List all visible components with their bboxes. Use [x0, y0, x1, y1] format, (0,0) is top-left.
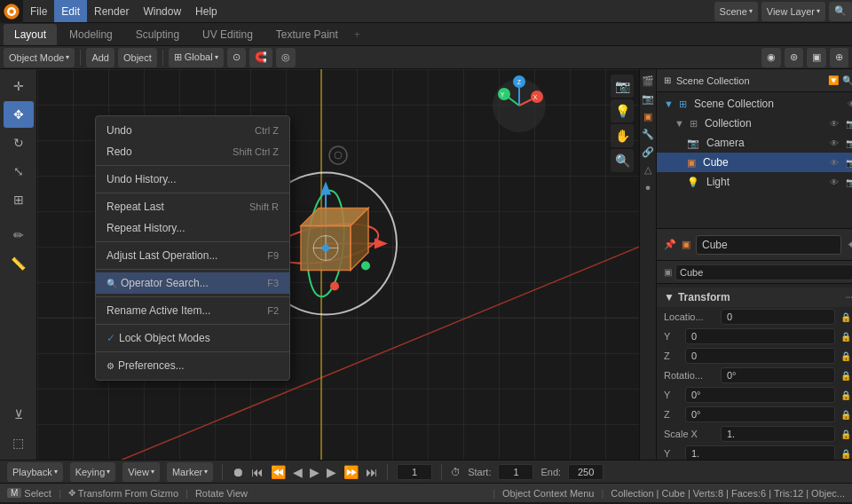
- view-dropdown[interactable]: View ▾: [122, 462, 160, 482]
- tool-annotate[interactable]: ✏: [4, 222, 34, 248]
- scale-y-value[interactable]: 1.: [685, 445, 835, 460]
- props-pin[interactable]: 📌: [664, 239, 676, 250]
- transform-pivot[interactable]: ⊙: [227, 48, 246, 67]
- rot-z-lock-icon[interactable]: 🔒: [839, 409, 852, 421]
- light-render-icon[interactable]: 📷: [846, 177, 852, 187]
- play-btn[interactable]: ▶: [310, 465, 320, 479]
- collection-visibility-icon[interactable]: 👁: [830, 119, 839, 129]
- skip-last-btn[interactable]: ⏭: [366, 465, 378, 479]
- add-workspace-btn[interactable]: +: [354, 28, 360, 41]
- gizmo-toggle[interactable]: ⊕: [830, 48, 848, 67]
- transform-header[interactable]: ▼ Transform ···: [657, 287, 852, 307]
- record-btn[interactable]: ⏺: [232, 465, 244, 479]
- menu-rename-active[interactable]: Rename Active Item... F2: [96, 300, 289, 321]
- scene-selector[interactable]: Scene ▾: [714, 2, 758, 21]
- end-frame-input[interactable]: [568, 464, 604, 480]
- tool-measure[interactable]: 📏: [4, 250, 34, 277]
- rot-x-lock-icon[interactable]: 🔒: [839, 370, 852, 382]
- tab-sculpting[interactable]: Sculpting: [125, 24, 190, 45]
- tool-rotate[interactable]: ↻: [4, 130, 34, 156]
- tab-render-icon[interactable]: 📷: [640, 91, 656, 106]
- add-menu-btn[interactable]: Add: [86, 48, 114, 67]
- tab-modifier-icon[interactable]: 🔧: [640, 126, 656, 142]
- mode-selector[interactable]: Object Mode ▾: [4, 48, 75, 67]
- outliner-filter[interactable]: 🔽: [828, 75, 839, 85]
- outliner-search[interactable]: 🔍: [842, 75, 852, 85]
- tab-constraint-icon[interactable]: 🔗: [640, 144, 656, 160]
- location-z-value[interactable]: 0: [685, 348, 835, 364]
- tool-scale[interactable]: ⤡: [4, 158, 34, 185]
- outliner-cube[interactable]: ▣ Cube 👁 📷: [657, 153, 852, 172]
- current-frame-input[interactable]: [397, 464, 432, 480]
- menu-preferences[interactable]: ⚙ Preferences...: [96, 355, 289, 376]
- tab-modeling[interactable]: Modeling: [59, 24, 123, 45]
- view-layer-selector[interactable]: View Layer ▾: [761, 2, 825, 21]
- prev-keyframe-btn[interactable]: ◀: [293, 465, 303, 479]
- marker-dropdown[interactable]: Marker ▾: [167, 462, 213, 482]
- camera-render-icon[interactable]: 📷: [846, 138, 852, 148]
- scale-x-lock-icon[interactable]: 🔒: [839, 429, 852, 440]
- tab-data-icon[interactable]: △: [640, 161, 656, 177]
- menu-edit[interactable]: Edit: [54, 0, 87, 22]
- menu-repeat-history[interactable]: Repeat History...: [96, 217, 289, 239]
- proportional-edit[interactable]: ◎: [276, 48, 296, 67]
- blender-logo[interactable]: [0, 0, 23, 23]
- tool-bottom2[interactable]: ⬚: [4, 429, 34, 456]
- tool-cursor[interactable]: ✛: [4, 73, 34, 99]
- outliner-light[interactable]: 💡 Light 👁 📷: [657, 172, 852, 192]
- object-menu-btn[interactable]: Object: [118, 48, 157, 67]
- menu-help[interactable]: Help: [188, 0, 225, 22]
- menu-operator-search[interactable]: 🔍 Operator Search... F3: [96, 272, 289, 294]
- tab-texture-paint[interactable]: Texture Paint: [265, 24, 349, 45]
- tool-bottom1[interactable]: ⊻: [4, 401, 34, 428]
- menu-window[interactable]: Window: [136, 0, 188, 22]
- search-btn[interactable]: 🔍: [829, 2, 852, 21]
- menu-undo-history[interactable]: Undo History...: [96, 169, 289, 190]
- location-x-value[interactable]: 0: [721, 309, 835, 325]
- collection-render-icon[interactable]: 📷: [846, 119, 852, 129]
- object-name-input[interactable]: [675, 264, 852, 280]
- scale-x-value[interactable]: 1.: [721, 426, 835, 442]
- rotation-z-value[interactable]: 0°: [685, 406, 835, 422]
- menu-redo[interactable]: Redo Shift Ctrl Z: [96, 141, 289, 162]
- scale-y-lock-icon[interactable]: 🔒: [839, 448, 852, 460]
- rot-y-lock-icon[interactable]: 🔒: [839, 390, 852, 401]
- keying-dropdown[interactable]: Keying ▾: [70, 462, 116, 482]
- menu-repeat-last[interactable]: Repeat Last Shift R: [96, 196, 289, 217]
- tab-uv-editing[interactable]: UV Editing: [192, 24, 264, 45]
- next-frame-btn[interactable]: ⏩: [343, 465, 359, 479]
- scene-visibility-icon[interactable]: 👁: [848, 99, 852, 109]
- tab-layout[interactable]: Layout: [4, 24, 57, 45]
- menu-undo[interactable]: Undo Ctrl Z: [96, 120, 289, 141]
- location-y-value[interactable]: 0: [685, 328, 835, 344]
- tool-transform[interactable]: ⊞: [4, 186, 34, 213]
- transform-global[interactable]: ⊞ Global ▾: [169, 48, 224, 67]
- skip-first-btn[interactable]: ⏮: [251, 465, 264, 479]
- menu-lock-modes[interactable]: ✓ Lock Object Modes: [96, 327, 289, 349]
- tab-object-icon[interactable]: ▣: [640, 108, 656, 124]
- outliner-camera[interactable]: 📷 Camera 👁 📷: [657, 133, 852, 153]
- loc-y-lock-icon[interactable]: 🔒: [839, 331, 852, 343]
- overlay-toggle[interactable]: ⊛: [785, 48, 803, 67]
- tab-scene-icon[interactable]: 🎬: [640, 73, 656, 89]
- props-name-input[interactable]: [696, 235, 841, 255]
- xray-toggle[interactable]: ▣: [807, 48, 826, 67]
- light-visibility-icon[interactable]: 👁: [830, 177, 839, 187]
- cube-render-icon[interactable]: 📷: [846, 158, 852, 168]
- snap-toggle[interactable]: 🧲: [249, 48, 272, 67]
- outliner-collection[interactable]: ▼ ⊞ Collection 👁 📷: [657, 114, 852, 133]
- tool-move[interactable]: ✥: [4, 101, 34, 128]
- menu-adjust-last[interactable]: Adjust Last Operation... F9: [96, 245, 289, 266]
- playback-dropdown[interactable]: Playback ▾: [7, 462, 63, 482]
- rotation-x-value[interactable]: 0°: [721, 367, 835, 383]
- outliner-scene-collection[interactable]: ▼ ⊞ Scene Collection 👁: [657, 94, 852, 114]
- next-keyframe-btn[interactable]: ▶: [327, 465, 336, 479]
- viewport-shading[interactable]: ◉: [761, 48, 781, 67]
- rotation-y-value[interactable]: 0°: [685, 387, 835, 403]
- start-frame-input[interactable]: [498, 464, 533, 480]
- menu-file[interactable]: File: [23, 0, 54, 22]
- props-fake-user[interactable]: ✦: [847, 239, 852, 251]
- loc-lock-icon[interactable]: 🔒: [839, 311, 852, 323]
- camera-visibility-icon[interactable]: 👁: [830, 138, 839, 148]
- cube-visibility-icon[interactable]: 👁: [830, 158, 839, 168]
